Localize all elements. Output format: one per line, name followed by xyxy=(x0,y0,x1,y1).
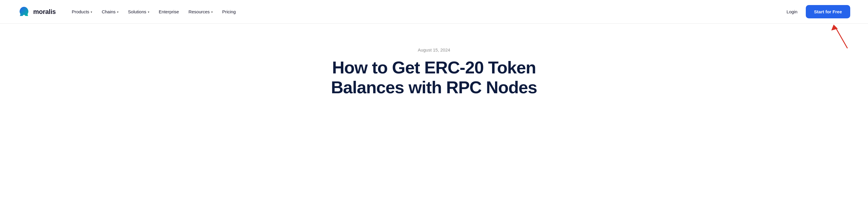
nav-item-enterprise[interactable]: Enterprise xyxy=(155,7,183,17)
nav-item-chains[interactable]: Chains ▾ xyxy=(97,7,123,17)
logo-link[interactable]: moralis xyxy=(18,6,56,18)
chevron-down-icon: ▾ xyxy=(117,10,119,13)
nav-item-resources[interactable]: Resources ▾ xyxy=(184,7,217,17)
nav-item-solutions[interactable]: Solutions ▾ xyxy=(124,7,153,17)
nav-item-pricing[interactable]: Pricing xyxy=(218,7,240,17)
moralis-logo-icon xyxy=(18,6,30,18)
chevron-down-icon: ▾ xyxy=(211,10,213,13)
header: moralis Products ▾ Chains ▾ Solutions ▾ … xyxy=(0,0,868,24)
main-nav: Products ▾ Chains ▾ Solutions ▾ Enterpri… xyxy=(67,7,783,17)
start-for-free-button[interactable]: Start for Free xyxy=(806,5,850,18)
article-title: How to Get ERC-20 Token Balances with RP… xyxy=(331,58,537,97)
header-right: Login Start for Free xyxy=(783,5,850,18)
chevron-down-icon: ▾ xyxy=(148,10,149,13)
chevron-down-icon: ▾ xyxy=(91,10,92,13)
logo-text: moralis xyxy=(33,8,56,16)
main-content: August 15, 2024 How to Get ERC-20 Token … xyxy=(0,24,868,115)
article-date: August 15, 2024 xyxy=(418,48,450,52)
nav-item-products[interactable]: Products ▾ xyxy=(67,7,96,17)
login-button[interactable]: Login xyxy=(783,7,801,17)
